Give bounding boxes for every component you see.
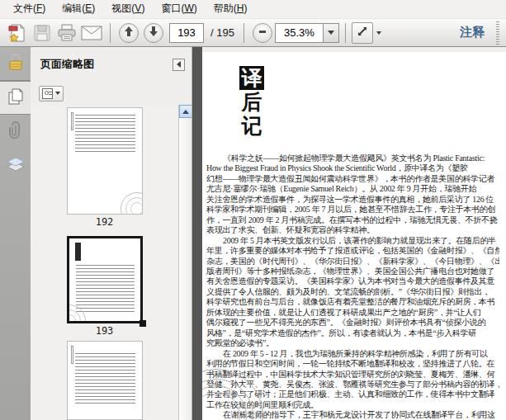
- create-pdf-icon: [8, 23, 26, 43]
- menu-label-post: ): [194, 2, 197, 14]
- document-area[interactable]: 译 后 记 《科学之妖——如何掀起物理学最大造假飓风》英文书名为 Plastic…: [202, 47, 506, 420]
- text-line: 偶尔窥视了一些见不得亮光的东西”。《金融时报》则评价本书具有“侦探小说的: [206, 318, 499, 328]
- zoom-out-button[interactable]: [253, 23, 272, 43]
- text-line: 利用的节假日和空闲时间，一轮一轮持续不断地翻译和校改，坚持推进了八轮。在: [206, 359, 499, 369]
- menu-label-post: ): [244, 2, 247, 14]
- thumbnail-scrollbar[interactable]: [178, 105, 192, 420]
- title-char: 记: [239, 114, 264, 138]
- page-number-input[interactable]: [169, 23, 204, 43]
- thumbnail-item[interactable]: [67, 107, 143, 215]
- text-line: 在 2009 年 5 - 12 月，我也为瑞驰所秉持的科学精神所感染，利用了所有…: [206, 349, 499, 359]
- thumbnail-page-192[interactable]: [67, 107, 143, 215]
- panel-title: 页面缩略图: [40, 57, 94, 72]
- text-line: 作，一直到 2009 年 2 月书稿完成。在撰写本书的过程中，瑞驰无惧无畏、不折…: [206, 215, 499, 225]
- thumbnail-page-next[interactable]: [67, 341, 143, 420]
- mini-swirl-graphic: [121, 192, 143, 215]
- scroll-up-button[interactable]: [179, 105, 192, 118]
- collapse-panel-button[interactable]: [173, 59, 185, 71]
- zoom-out-icon: [257, 26, 268, 40]
- chevron-down-icon: [55, 92, 60, 95]
- thumbnail-item[interactable]: [67, 236, 143, 323]
- chapter-title: 译 后 记: [239, 66, 264, 138]
- view-box-resize-handle[interactable]: [140, 320, 146, 327]
- thumbnail-page-193[interactable]: [67, 236, 143, 323]
- layers-icon: [6, 156, 26, 176]
- save-button[interactable]: [31, 21, 54, 45]
- thumbnails-panel: 页面缩略图 192193: [31, 47, 192, 420]
- thumbnail-page-number: 193: [96, 325, 114, 337]
- menu-label-pre: 帮助(: [214, 2, 237, 14]
- menu-label-post: ): [141, 2, 144, 14]
- thumbnail-options-button[interactable]: [39, 86, 64, 101]
- page-body-text: 《科学之妖——如何掀起物理学最大造假飓风》英文书名为 Plastic Fanta…: [206, 153, 499, 420]
- mini-note-marker: [71, 346, 73, 364]
- mini-text-lines: [76, 265, 135, 313]
- zoom-level-input[interactable]: [275, 23, 323, 43]
- menu-item-window[interactable]: 窗口(W): [153, 0, 205, 18]
- menu-label-pre: 视图(: [111, 2, 135, 14]
- text-line: 义提供了令人信服的、颇为及时的、文笔流畅的剖析。”《华尔街日报》则指出，: [206, 287, 499, 297]
- email-icon: [81, 26, 102, 40]
- fit-width-icon: [356, 25, 369, 41]
- menu-label-post: ): [92, 2, 95, 14]
- email-button[interactable]: [80, 21, 103, 45]
- text-line: 尤吉尼·塞缪尔·瑞驰（Eugenie Samuel Reich）。从 2002 …: [206, 184, 499, 194]
- mini-text-lines: [75, 115, 136, 154]
- print-button[interactable]: [55, 21, 78, 45]
- text-line: 幻想——物理学最大造假丑闻如何震动科学世界》，本书的作者是美国的科学记者: [206, 174, 499, 184]
- menu-item-help[interactable]: 帮助(H): [206, 0, 256, 18]
- text-line: 风格”，是“研究学术造假的杰作”。所以，有读者就认为，本书是“步入科学研: [206, 328, 499, 338]
- title-char: 后: [239, 90, 264, 114]
- zoom-dropdown-button[interactable]: [323, 23, 339, 43]
- thumbnail-list: 192193: [31, 105, 192, 420]
- toolbar-separator: [244, 23, 244, 43]
- text-line: 书稿翻译过程中，中国科学技术大学知识管理研究所的刘晓莹、夏梅芳、潘琳、何: [206, 370, 499, 380]
- previous-page-button[interactable]: [119, 23, 139, 43]
- menu-item-file[interactable]: 文件(F): [5, 0, 54, 18]
- next-page-button[interactable]: [144, 23, 163, 43]
- mini-text-lines: [75, 353, 136, 404]
- menu-label-pre: 文件(: [13, 2, 36, 14]
- toolbar: / 195 注释: [0, 18, 506, 47]
- page-down-icon: [148, 26, 159, 40]
- attachments-tab[interactable]: [0, 115, 31, 149]
- toolbar-separator: [345, 23, 346, 43]
- fit-width-button[interactable]: [352, 22, 373, 44]
- page-total-label: / 195: [210, 26, 234, 39]
- thumbnail-item[interactable]: [67, 341, 143, 420]
- create-pdf-button[interactable]: [6, 21, 29, 45]
- text-line: 科学家和学术期刊编辑，2005 年 7 月以后，她甚至不惜辞去工作，专注于本书的…: [206, 205, 499, 215]
- chevron-down-icon: [376, 31, 381, 35]
- lock-icon: [7, 53, 24, 74]
- chevron-left-icon: [177, 61, 181, 68]
- chevron-down-icon: [328, 31, 334, 35]
- panel-splitter[interactable]: [192, 47, 202, 420]
- menu-bar: 文件(F)编辑(E)视图(V)窗口(W)帮助(H): [0, 0, 506, 18]
- layers-tab[interactable]: [0, 149, 31, 182]
- mini-chapter-title: [75, 243, 81, 261]
- title-char: 译: [239, 66, 264, 90]
- text-line: 2009 年 5 月本书英文版发行以后，该著作的影响力就显现出来了。在随后的半: [206, 236, 499, 246]
- save-icon: [33, 24, 51, 42]
- sidebar-icon-strip: [0, 47, 31, 420]
- menu-item-view[interactable]: 视图(V): [103, 0, 153, 18]
- security-lock-button[interactable]: [0, 47, 31, 81]
- text-line: 科学研究也有前台与后台，就像饭店有着亮堂整洁的餐厅和油烟充斥的厨房，本书: [206, 297, 499, 307]
- mini-note-marker: [71, 112, 73, 130]
- toolbar-grip[interactable]: [496, 21, 499, 45]
- text-line: 有关舍恩造假的专题采访。《美国科学家》认为本书对当今最大的造假事件及其意: [206, 276, 499, 286]
- pdf-page: 译 后 记 《科学之妖——如何掀起物理学最大造假飓风》英文书名为 Plastic…: [202, 52, 506, 420]
- attachments-icon: [7, 120, 24, 144]
- text-line: 关注舍恩的学术造假事件，为探寻这一学术造假事件的真相，她前后采访了 126 位: [206, 195, 499, 205]
- text-line: 版者周刊》等十多种报纸杂志，《物理世界》、美国全国公共广播电台也对她做了: [206, 267, 499, 276]
- toolbar-separator: [110, 23, 111, 43]
- pdf-viewer-window: 文件(F)编辑(E)视图(V)窗口(W)帮助(H): [0, 0, 506, 420]
- page-thumbnails-tab[interactable]: [0, 81, 31, 115]
- menu-item-edit[interactable]: 编辑(E): [54, 0, 103, 18]
- fit-options-dropdown[interactable]: [373, 22, 385, 44]
- paragraph: 《科学之妖——如何掀起物理学最大造假飓风》英文书名为 Plastic Fanta…: [206, 153, 499, 236]
- comments-button[interactable]: 注释: [460, 25, 485, 40]
- text-line: 表现出了求实、创新、怀疑和宽容的科学精神。: [206, 225, 499, 235]
- text-line: 所体现的主要价值，就是让人们透视了科研成果出产之地的“厨房”，并“让人们: [206, 308, 499, 318]
- menu-label-post: ): [42, 2, 45, 14]
